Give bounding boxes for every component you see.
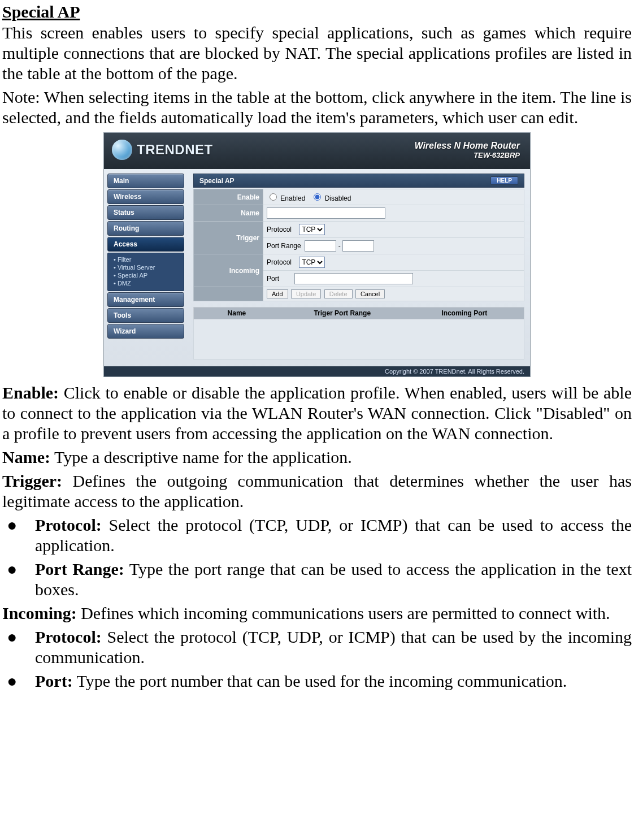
router-footer: Copyright © 2007 TRENDnet. All Rights Re… [104,366,530,376]
label-enable: Enable [194,189,263,205]
radio-enabled[interactable] [270,193,277,201]
panel-title-bar: Special AP HELP [193,174,524,188]
brand-name: TRENDNET [137,142,213,158]
incoming-protocol-bullet: Protocol: Select the protocol (TCP, UDP,… [35,627,632,668]
radio-disabled-label[interactable]: Disabled [311,194,351,202]
incoming-desc: Incoming: Defines which incoming communi… [2,603,632,623]
col-incoming: Incoming Port [405,308,524,319]
radio-enabled-text: Enabled [280,194,305,202]
nav-management[interactable]: Management [107,292,184,307]
nav-routing[interactable]: Routing [107,221,184,236]
nav-access[interactable]: Access [107,237,184,252]
help-button[interactable]: HELP [490,176,518,185]
sidebar-nav: Main Wireless Status Routing Access Filt… [104,169,188,366]
nav-wizard[interactable]: Wizard [107,324,184,339]
trigger-protocol-label: Protocol [267,226,292,233]
incoming-port-bullet: Port: Type the port number that can be u… [35,671,632,691]
trigger-port-to[interactable] [342,240,374,252]
nav-main[interactable]: Main [107,174,184,188]
intro-text: This screen enables users to specify spe… [2,23,632,84]
incoming-port-input[interactable] [294,273,413,284]
trigger-port-from[interactable] [305,240,336,252]
add-button[interactable] [267,289,288,298]
incoming-protocol-label: Protocol [267,258,292,266]
trigger-protocol-select[interactable]: TCP [299,224,325,235]
incoming-protocol-select[interactable]: TCP [299,257,325,268]
radio-disabled[interactable] [314,193,321,201]
trigger-portrange-label: Port Range [267,242,301,250]
update-button[interactable] [291,289,321,298]
subnav-virtual-server[interactable]: Virtual Server [114,263,180,271]
nav-wireless[interactable]: Wireless [107,189,184,204]
list-body-empty[interactable] [193,319,524,360]
label-incoming: Incoming [194,254,263,287]
nav-status[interactable]: Status [107,205,184,220]
name-input[interactable] [267,207,385,219]
product-model: TEW-632BRP [414,151,520,159]
product-name: Wireless N Home Router [414,141,520,151]
panel-title: Special AP [199,177,235,185]
router-header: TRENDNET Wireless N Home Router TEW-632B… [104,133,530,169]
subnav-filter[interactable]: Filter [114,256,180,263]
radio-disabled-text: Disabled [325,194,351,202]
trigger-portrange-bullet: Port Range: Type the port range that can… [35,559,632,600]
section-title: Special AP [2,2,632,21]
subnav-dmz[interactable]: DMZ [114,279,180,287]
trigger-desc: Trigger: Defines the outgoing communicat… [2,471,632,512]
delete-button[interactable] [324,289,353,298]
incoming-port-label: Port [267,275,279,283]
col-name: Name [194,308,280,319]
name-desc: Name: Type a descriptive name for the ap… [2,447,632,467]
nav-access-submenu: Filter Virtual Server Special AP DMZ [107,253,184,291]
label-trigger: Trigger [194,222,263,254]
radio-enabled-label[interactable]: Enabled [267,194,305,202]
trigger-protocol-bullet: Protocol: Select the protocol (TCP, UDP,… [35,515,632,556]
cancel-button[interactable] [355,289,385,298]
col-trigger: Triger Port Range [280,308,405,319]
label-blank [194,287,263,301]
enable-desc: Enable: Click to enable or disable the a… [2,383,632,444]
router-screenshot: TRENDNET Wireless N Home Router TEW-632B… [103,132,531,377]
nav-tools[interactable]: Tools [107,308,184,323]
subnav-special-ap[interactable]: Special AP [114,271,180,279]
list-header: Name Triger Port Range Incoming Port [193,307,524,319]
brand-logo-icon [112,140,132,160]
note-text: Note: When selecting items in the table … [2,87,632,128]
label-name: Name [194,205,263,222]
